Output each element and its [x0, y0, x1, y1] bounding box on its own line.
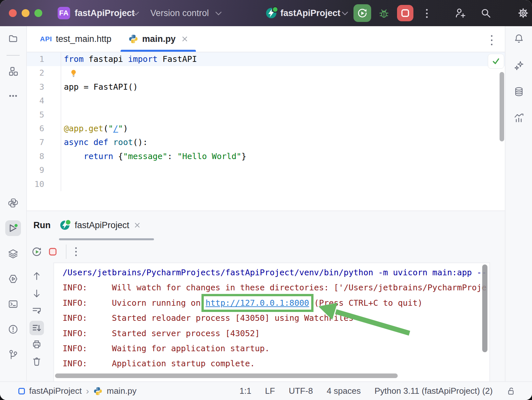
more-options-kebab[interactable]	[425, 8, 429, 19]
close-icon[interactable]	[181, 36, 188, 42]
terminal-icon[interactable]	[8, 299, 18, 309]
editor-line[interactable]: 4	[27, 94, 505, 108]
left-tool-strip	[0, 26, 27, 382]
editor-line[interactable]: 10	[27, 177, 505, 191]
problems-icon[interactable]	[8, 324, 18, 335]
line-number: 1	[27, 52, 61, 66]
structure-icon[interactable]	[8, 66, 18, 77]
rerun-button[interactable]	[353, 4, 371, 22]
ai-assistant-sparkles-icon[interactable]	[514, 60, 524, 71]
code-line	[61, 94, 64, 108]
scroll-to-end-icon[interactable]	[31, 323, 42, 333]
line-number: 6	[27, 122, 61, 136]
editor-more-kebab[interactable]	[490, 34, 493, 46]
version-control-menu[interactable]: Version control	[150, 0, 209, 26]
line-number: 4	[27, 94, 61, 108]
console-url-link[interactable]: http://127.0.0.1:8000	[206, 298, 309, 308]
breadcrumb-separator: ›	[86, 386, 89, 396]
main-area: API test_main.http main.py 1from fastapi…	[27, 26, 505, 382]
tab-label: main.py	[142, 34, 176, 44]
stop-icon[interactable]	[48, 246, 58, 257]
status-widget[interactable]: Python 3.11 (fastApiProject) (2)	[374, 386, 493, 396]
code-editor[interactable]: 1from fastapi import FastAPI2 3app = Fas…	[27, 52, 505, 210]
editor-line[interactable]: 7async def root():	[27, 136, 505, 149]
status-widget[interactable]: 4 spaces	[327, 386, 361, 396]
scroll-down-icon[interactable]	[31, 288, 42, 299]
run-tab-label: fastApiProject	[75, 220, 129, 230]
project-folder-icon[interactable]	[8, 33, 18, 44]
macos-minimize-button[interactable]	[22, 9, 29, 17]
status-widget[interactable]: UTF-8	[289, 386, 313, 396]
python-icon	[128, 34, 138, 44]
tab-main-py[interactable]: main.py	[120, 26, 197, 52]
console-line: /Users/jetbrains/PycharmProjects/fastApi…	[63, 265, 489, 280]
soft-wrap-icon[interactable]	[31, 305, 42, 316]
checkmark-icon	[492, 57, 500, 65]
rerun-icon[interactable]	[31, 246, 42, 257]
editor-line[interactable]: 8 return {"message": "Hello World"}	[27, 150, 505, 163]
tab-label: test_main.http	[56, 34, 112, 44]
breadcrumb-file[interactable]: main.py	[107, 386, 137, 396]
code-line: @app.get("/")	[61, 122, 128, 136]
python-console-icon[interactable]	[8, 274, 18, 284]
editor-line[interactable]: 5	[27, 108, 505, 122]
clear-all-trash-icon[interactable]	[31, 356, 42, 367]
console-horizontal-scrollbar[interactable]	[55, 373, 398, 378]
more-tool-windows-icon[interactable]	[8, 91, 18, 101]
editor-vertical-scrollbar[interactable]	[500, 72, 504, 141]
editor-line[interactable]: 2	[27, 66, 505, 80]
python-packages-icon[interactable]	[8, 198, 18, 208]
unlocked-padlock-icon[interactable]	[506, 386, 516, 396]
macos-close-button[interactable]	[9, 9, 17, 17]
divider	[7, 55, 20, 56]
code-line	[61, 177, 64, 191]
services-layers-icon[interactable]	[8, 248, 18, 259]
run-more-kebab[interactable]	[74, 246, 78, 257]
tab-test-main-http[interactable]: API test_main.http	[31, 26, 120, 52]
console-line: INFO: Uvicorn running on http://127.0.0.…	[63, 296, 489, 311]
version-control-branch-icon[interactable]	[8, 349, 18, 360]
project-avatar[interactable]: FA	[58, 7, 70, 19]
code-line: app = FastAPI()	[61, 80, 138, 94]
project-icon	[18, 388, 25, 394]
search-icon[interactable]	[480, 8, 491, 19]
status-widget[interactable]: LF	[265, 386, 275, 396]
editor-line[interactable]: 3app = FastAPI()	[27, 80, 505, 94]
run-console[interactable]: /Users/jetbrains/PycharmProjects/fastApi…	[53, 263, 490, 382]
database-icon[interactable]	[514, 86, 524, 97]
line-number: 8	[27, 150, 61, 163]
status-widgets: 1:1LFUTF-84 spacesPython 3.11 (fastApiPr…	[239, 386, 532, 396]
stop-button[interactable]	[397, 5, 413, 21]
editor-line[interactable]: 6@app.get("/")	[27, 122, 505, 136]
plots-chart-icon[interactable]	[514, 113, 524, 123]
right-tool-strip	[505, 26, 532, 382]
macos-zoom-button[interactable]	[34, 9, 42, 17]
run-tool-window-icon[interactable]	[8, 223, 18, 233]
run-tab-fastapiproject[interactable]: fastApiProject	[60, 211, 141, 239]
editor-line[interactable]: 1from fastapi import FastAPI	[27, 52, 505, 66]
status-widget[interactable]: 1:1	[239, 386, 251, 396]
editor-line[interactable]: 9	[27, 163, 505, 177]
add-user-icon[interactable]	[455, 8, 466, 19]
console-vertical-scrollbar[interactable]	[482, 264, 487, 352]
code-line	[61, 108, 64, 122]
code-line: from fastapi import FastAPI	[61, 52, 197, 66]
title-bar: FA fastApiProject Version control fastAp…	[0, 0, 532, 26]
project-menu[interactable]: fastApiProject	[75, 0, 135, 26]
http-file-icon: API	[40, 35, 52, 43]
print-icon[interactable]	[31, 339, 42, 350]
run-configuration-selector[interactable]: fastApiProject	[280, 0, 340, 26]
inspection-status-widget[interactable]	[488, 54, 504, 69]
notifications-bell-icon[interactable]	[514, 33, 524, 44]
settings-gear-icon[interactable]	[518, 8, 529, 19]
line-number: 5	[27, 108, 61, 122]
editor-tab-bar: API test_main.http main.py	[27, 26, 505, 52]
console-line: INFO: Application startup complete.	[63, 356, 489, 371]
line-number: 3	[27, 80, 61, 94]
python-icon	[93, 387, 103, 396]
debug-bug-button[interactable]	[379, 8, 389, 19]
breadcrumb-project[interactable]: fastApiProject	[29, 386, 82, 396]
scroll-up-icon[interactable]	[31, 271, 42, 281]
intention-lightbulb-icon[interactable]	[69, 69, 78, 78]
close-icon[interactable]	[134, 222, 141, 228]
